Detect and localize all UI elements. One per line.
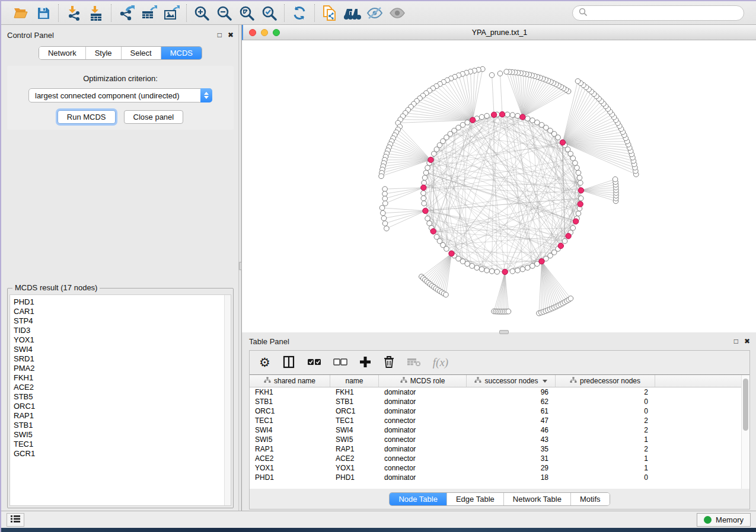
column-header-shared-name[interactable]: shared name	[250, 375, 330, 387]
tab-select[interactable]: Select	[122, 47, 161, 59]
mcds-result-scrollbar[interactable]	[224, 295, 231, 505]
criterion-dropdown[interactable]: largest connected component (undirected)	[28, 88, 212, 102]
network-dominator-node[interactable]	[539, 258, 544, 264]
zoom-selected-button[interactable]	[259, 4, 279, 23]
network-dominator-node[interactable]	[423, 208, 428, 213]
mcds-result-item[interactable]: SWI4	[14, 345, 224, 354]
mcds-result-item[interactable]: PHD1	[14, 297, 224, 307]
zoom-out-button[interactable]	[214, 4, 234, 23]
network-dominator-node[interactable]	[578, 201, 583, 207]
close-panel-button[interactable]: Close panel	[124, 110, 184, 124]
select-all-button[interactable]	[307, 358, 321, 368]
tab-node-table[interactable]: Node Table	[390, 493, 447, 505]
mcds-result-item[interactable]: STB5	[14, 392, 224, 402]
column-header-name[interactable]: name	[330, 375, 379, 387]
close-panel-icon[interactable]: ✖	[744, 338, 750, 345]
network-dominator-node[interactable]	[449, 251, 454, 256]
open-file-button[interactable]	[11, 4, 31, 23]
tab-style[interactable]: Style	[86, 47, 122, 59]
network-dominator-node[interactable]	[520, 114, 525, 120]
column-header-successor-nodes[interactable]: successor nodes	[467, 375, 556, 387]
network-graph[interactable]	[242, 40, 756, 332]
mcds-result-item[interactable]: YOX1	[14, 335, 224, 345]
deselect-all-button[interactable]	[333, 358, 347, 368]
mcds-result-item[interactable]: STB1	[14, 421, 224, 430]
tab-network-table[interactable]: Network Table	[504, 493, 571, 505]
refresh-view-button[interactable]	[289, 4, 310, 23]
export-image-button[interactable]	[161, 4, 181, 23]
table-scrollbar-thumb[interactable]	[743, 379, 748, 431]
mcds-result-item[interactable]: TEC1	[14, 440, 224, 449]
mcds-result-item[interactable]: FKH1	[14, 373, 224, 383]
network-dominator-node[interactable]	[578, 188, 583, 193]
mcds-result-item[interactable]: CAR1	[14, 307, 224, 316]
table-row[interactable]: YOX1YOX1connector291	[250, 463, 741, 473]
mcds-result-item[interactable]: TID3	[14, 326, 224, 335]
network-dominator-node[interactable]	[502, 269, 508, 274]
network-dominator-node[interactable]	[421, 185, 426, 190]
network-dominator-node[interactable]	[491, 112, 496, 117]
tab-edge-table[interactable]: Edge Table	[447, 493, 504, 505]
mcds-result-item[interactable]: STP4	[14, 316, 224, 326]
tab-network[interactable]: Network	[39, 47, 86, 59]
network-canvas[interactable]	[242, 40, 756, 332]
tab-mcds[interactable]: MCDS	[161, 47, 202, 59]
import-network-button[interactable]	[63, 4, 84, 23]
table-row[interactable]: ORC1ORC1dominator610	[250, 406, 741, 416]
table-row[interactable]: SWI4SWI4dominator462	[250, 425, 741, 435]
clone-network-button[interactable]	[320, 4, 340, 23]
import-table-button[interactable]	[86, 4, 106, 23]
search-box[interactable]	[572, 5, 744, 21]
mcds-result-item[interactable]: PMA2	[14, 364, 224, 373]
search-input[interactable]	[591, 8, 738, 17]
memory-button[interactable]: Memory	[697, 513, 751, 527]
network-edge	[385, 188, 423, 189]
horizontal-splitter-handle[interactable]	[499, 330, 509, 334]
mcds-result-item[interactable]: RAP1	[14, 411, 224, 421]
table-row[interactable]: RAP1RAP1dominator352	[250, 444, 741, 454]
zoom-in-button[interactable]	[192, 4, 212, 23]
mcds-result-list[interactable]: PHD1CAR1STP4TID3YOX1SWI4SRD1PMA2FKH1ACE2…	[10, 295, 224, 505]
table-scrollbar[interactable]	[741, 375, 749, 489]
network-dominator-node[interactable]	[470, 117, 475, 123]
mcds-result-item[interactable]: ACE2	[14, 383, 224, 392]
table-row[interactable]: SWI5SWI5connector431	[250, 435, 741, 444]
float-panel-icon[interactable]: □	[734, 338, 738, 345]
table-row[interactable]: FKH1FKH1dominator962	[250, 387, 741, 397]
save-session-button[interactable]	[33, 4, 53, 23]
network-view-titlebar[interactable]: YPA_prune.txt_1	[242, 25, 756, 40]
close-panel-icon[interactable]: ✖	[228, 31, 234, 39]
zoom-fit-button[interactable]	[237, 4, 257, 23]
export-network-button[interactable]	[116, 4, 136, 23]
network-dominator-node[interactable]	[558, 243, 563, 248]
table-row[interactable]: TEC1TEC1connector472	[250, 416, 741, 425]
mcds-result-item[interactable]: SRD1	[14, 354, 224, 364]
show-columns-button[interactable]	[282, 355, 295, 370]
first-neighbors-button[interactable]	[342, 4, 362, 23]
column-header-MCDS-role[interactable]: MCDS role	[379, 375, 467, 387]
network-dominator-node[interactable]	[573, 219, 578, 224]
table-row[interactable]: ACE2ACE2connector311	[250, 454, 741, 463]
task-history-button[interactable]	[7, 513, 24, 527]
network-dominator-node[interactable]	[430, 229, 436, 234]
export-table-button[interactable]	[139, 4, 159, 23]
network-dominator-node[interactable]	[566, 233, 571, 239]
network-dominator-node[interactable]	[560, 140, 565, 145]
mcds-result-item[interactable]: SWI5	[14, 430, 224, 440]
show-all-button[interactable]	[387, 4, 407, 23]
tab-motifs[interactable]: Motifs	[571, 493, 610, 505]
run-mcds-button[interactable]: Run MCDS	[58, 110, 116, 124]
float-panel-icon[interactable]: □	[218, 31, 222, 39]
network-dominator-node[interactable]	[499, 111, 505, 117]
table-row[interactable]: PHD1PHD1dominator180	[250, 473, 741, 482]
node-table[interactable]: shared namenameMCDS rolesuccessor nodesp…	[250, 375, 741, 489]
mcds-result-item[interactable]: GCR1	[14, 449, 224, 459]
new-column-button[interactable]	[359, 356, 371, 370]
network-dominator-node[interactable]	[428, 157, 433, 162]
column-header-predecessor-nodes[interactable]: predecessor nodes	[556, 375, 655, 387]
table-row[interactable]: STB1STB1dominator620	[250, 397, 741, 406]
mcds-result-item[interactable]: ORC1	[14, 402, 224, 411]
table-mode-button[interactable]: ⚙	[259, 357, 270, 369]
hide-selected-button[interactable]	[365, 4, 385, 23]
delete-columns-button[interactable]	[383, 355, 395, 370]
